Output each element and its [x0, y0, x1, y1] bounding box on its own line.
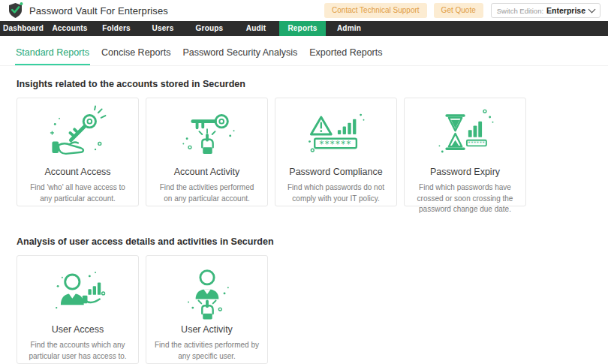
get-quote-button[interactable]: Get Quote — [434, 3, 483, 18]
card-title: Account Activity — [155, 167, 259, 177]
reports-tab-bar: Standard Reports Concise Reports Passwor… — [0, 43, 608, 66]
card-title: Password Compliance — [284, 167, 388, 177]
svg-text:******: ****** — [319, 139, 351, 149]
card-icon-wrap — [155, 262, 259, 322]
card-user-access[interactable]: User Access Find the accounts which any … — [17, 255, 139, 364]
tab-concise-reports[interactable]: Concise Reports — [101, 43, 171, 65]
hand-holding-key-icon — [42, 105, 114, 164]
tab-password-security-analysis[interactable]: Password Security Analysis — [182, 43, 298, 65]
nav-item-admin[interactable]: Admin — [326, 21, 372, 36]
key-click-icon — [171, 105, 243, 164]
nav-item-folders[interactable]: Folders — [93, 21, 140, 36]
card-description: Find the activities performed on any par… — [155, 182, 259, 204]
card-icon-wrap: ****** — [284, 104, 388, 164]
card-icon-wrap — [155, 104, 259, 164]
user-chart-icon — [42, 263, 114, 321]
svg-text:******: ****** — [468, 140, 485, 146]
card-password-expiry[interactable]: ****** Password Expiry Find which passwo… — [404, 98, 526, 206]
section-heading-accounts-insights: Insights related to the accounts stored … — [17, 79, 608, 89]
chevron-down-icon — [588, 6, 596, 14]
nav-item-accounts[interactable]: Accounts — [47, 21, 93, 36]
card-account-access[interactable]: Account Access Find 'who' all have acces… — [17, 98, 139, 206]
main-navigation: Dashboard Accounts Folders Users Groups … — [0, 21, 608, 36]
card-description: Find which passwords do not comply with … — [284, 182, 388, 204]
nav-item-users[interactable]: Users — [140, 21, 186, 36]
card-user-activity[interactable]: User Activity Find the activities perfor… — [146, 255, 268, 364]
card-description: Find which passwords have crossed or soo… — [413, 182, 517, 215]
warning-chart-password-icon: ****** — [300, 105, 372, 164]
switch-edition-label: Switch Edition: — [497, 7, 543, 15]
card-account-activity[interactable]: Account Activity Find the activities per… — [146, 98, 268, 206]
card-title: User Activity — [155, 324, 259, 335]
card-title: Password Expiry — [413, 167, 517, 177]
user-report-cards: User Access Find the accounts which any … — [0, 255, 608, 364]
hourglass-chart-icon: ****** — [429, 105, 501, 164]
card-icon-wrap — [26, 262, 130, 322]
card-password-compliance[interactable]: ****** Password Compliance Find which pa… — [275, 98, 397, 206]
switch-edition-dropdown[interactable]: Switch Edition: Enterprise — [491, 3, 600, 18]
card-description: Find the accounts which any particular u… — [26, 340, 130, 362]
card-title: Account Access — [26, 167, 130, 177]
nav-item-audit[interactable]: Audit — [233, 21, 279, 36]
user-click-icon — [171, 263, 243, 321]
card-description: Find the activities performed by any spe… — [155, 340, 259, 362]
card-icon-wrap: ****** — [413, 104, 517, 164]
securden-shield-logo — [8, 2, 24, 20]
nav-item-dashboard[interactable]: Dashboard — [0, 21, 47, 36]
nav-item-reports[interactable]: Reports — [279, 21, 326, 36]
tab-standard-reports[interactable]: Standard Reports — [15, 43, 90, 65]
contact-support-button[interactable]: Contact Technical Support — [324, 3, 427, 18]
section-heading-user-analysis: Analysis of user access details and acti… — [17, 236, 608, 247]
tab-exported-reports[interactable]: Exported Reports — [309, 43, 383, 65]
card-title: User Access — [26, 324, 130, 335]
card-icon-wrap — [26, 104, 130, 164]
account-report-cards: Account Access Find 'who' all have acces… — [0, 98, 608, 206]
card-description: Find 'who' all have access to any partic… — [26, 182, 130, 204]
app-title: Password Vault For Enterprises — [29, 5, 168, 17]
edition-value: Enterprise — [546, 6, 585, 15]
top-bar: Password Vault For Enterprises Contact T… — [0, 0, 608, 21]
nav-item-groups[interactable]: Groups — [186, 21, 233, 36]
